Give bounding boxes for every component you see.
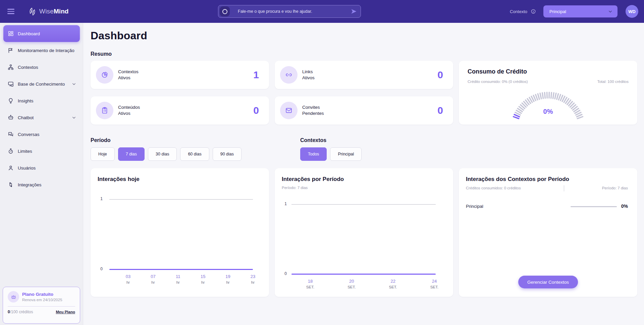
context-option-principal[interactable]: Principal [330, 147, 362, 161]
credit-card-title: Consumo de Crédito [468, 68, 527, 75]
lightbulb-icon [8, 98, 14, 104]
x-axis-label: 23 hr [247, 274, 259, 284]
context-selector-value: Principal [549, 9, 566, 14]
sidebar: Dashboard Monitoramento de Interação Con… [0, 23, 83, 325]
plan-credits: 0/100 créditos [8, 310, 33, 314]
chat-bubbles-icon [8, 131, 14, 137]
send-button[interactable] [351, 8, 357, 15]
interactions-period-chart: Interações por Período Período: 7 dias 1… [275, 168, 453, 297]
period-filter: Período Hoje7 dias30 dias60 dias90 dias [91, 137, 241, 161]
context-option-todos[interactable]: Todos [300, 147, 327, 161]
x-axis-label: 07 hr [147, 274, 159, 284]
robot-icon [8, 114, 14, 121]
x-axis-label: 24 SET. [428, 279, 440, 289]
credit-consumed-note: Crédito consumido: 0% (0 créditos) [468, 80, 528, 84]
chart-title: Interações por Período [282, 176, 344, 183]
interactions-today-chart: Interações hoje 1 0 03 hr 07 hr 11 hr 15… [91, 168, 269, 297]
sidebar-item-chatbot[interactable]: Chatbot [3, 109, 80, 126]
contexts-heading: Contextos [300, 137, 362, 143]
clipboard-icon [96, 102, 113, 119]
x-axis-label: 22 SET. [387, 279, 399, 289]
knowledge-screen-icon [8, 81, 14, 87]
assistant-orb-icon [220, 6, 230, 16]
stat-value: 1 [253, 69, 259, 81]
info-icon[interactable] [531, 9, 536, 14]
summary-heading: Resumo [91, 51, 637, 57]
stat-card-links-ativos: Links Ativos 0 [275, 61, 453, 89]
sidebar-item-base-conhecimento[interactable]: Base de Conhecimento [3, 76, 80, 92]
my-plan-link[interactable]: Meu Plano [56, 310, 75, 314]
brand-logo: WiseMind [28, 7, 68, 16]
stopwatch-icon [8, 148, 14, 154]
top-bar: WiseMind Contexto Principal WD [0, 0, 644, 23]
data-line-zero [291, 274, 436, 275]
stat-value: 0 [437, 105, 443, 116]
period-option-7-dias[interactable]: 7 dias [118, 147, 145, 161]
context-label: Contexto [510, 9, 527, 14]
x-axis-label: 18 SET. [304, 279, 316, 289]
chevron-down-icon [608, 9, 613, 14]
period-note: Período: 7 dias [602, 186, 628, 190]
envelope-icon [280, 102, 298, 119]
chart-title: Interações dos Contextos por Período [466, 176, 569, 183]
summary-grid: Contextos Ativos 1 Links Ativos 0 Conteú… [91, 61, 637, 125]
integration-arrows-icon [8, 182, 14, 188]
dashboard-grid-icon [8, 31, 14, 37]
user-avatar[interactable]: WD [626, 5, 638, 18]
chevron-down-icon [71, 115, 76, 120]
chart-title: Interações hoje [98, 176, 140, 183]
plan-renewal-date: Renova em 24/10/2025 [22, 298, 62, 302]
interaction-monitor-icon [8, 47, 14, 53]
hamburger-menu-button[interactable] [5, 7, 16, 16]
manage-contexts-button[interactable]: Gerenciar Contextos [518, 276, 578, 288]
sidebar-item-insights[interactable]: Insights [3, 92, 80, 109]
link-icon [280, 66, 298, 84]
hierarchy-icon [8, 64, 14, 70]
plan-name: Plano Gratuito [22, 292, 62, 297]
crown-icon [8, 291, 19, 303]
sidebar-item-dashboard[interactable]: Dashboard [3, 25, 80, 42]
sidebar-nav: Dashboard Monitoramento de Interação Con… [0, 23, 83, 193]
main-content: Dashboard Resumo Contextos Ativos 1 Link… [83, 23, 644, 325]
y-axis-tick: 0 [275, 271, 287, 276]
context-filter: Contextos TodosPrincipal [300, 137, 362, 161]
y-axis-tick: 0 [91, 267, 103, 271]
period-option-60-dias[interactable]: 60 dias [180, 147, 209, 161]
sidebar-item-limites[interactable]: Limites [3, 143, 80, 159]
y-axis-tick: 1 [91, 196, 103, 201]
credits-consumed-note: Créditos consumidos: 0 créditos [466, 186, 521, 190]
sidebar-item-contextos[interactable]: Contextos [3, 59, 80, 76]
x-axis-label: 20 SET. [345, 279, 358, 289]
stat-card-conteudos-ativos: Conteúdos Ativos 0 [91, 96, 269, 125]
sidebar-item-conversas[interactable]: Conversas [3, 126, 80, 143]
credit-gauge-value: 0% [459, 108, 637, 115]
period-option-30-dias[interactable]: 30 dias [148, 147, 177, 161]
context-interactions-chart: Interações dos Contextos por Período Cré… [459, 168, 637, 297]
x-axis-label: 15 hr [197, 274, 209, 284]
x-axis-label: 03 hr [122, 274, 134, 284]
sidebar-item-usuarios[interactable]: Usuários [3, 159, 80, 176]
stat-card-contextos-ativos: Contextos Ativos 1 [91, 61, 269, 89]
charts-grid: Interações hoje 1 0 03 hr 07 hr 11 hr 15… [91, 168, 637, 297]
stat-value: 0 [437, 69, 443, 81]
plan-card: Plano Gratuito Renova em 24/10/2025 0/10… [3, 287, 80, 324]
sidebar-item-integracoes[interactable]: Integrações [3, 176, 80, 193]
user-icon [8, 165, 14, 171]
pie-chart-icon [96, 66, 113, 84]
context-progress-row: Principal 0% [466, 203, 628, 210]
period-option-90-dias[interactable]: 90 dias [213, 147, 241, 161]
period-option-hoje[interactable]: Hoje [91, 147, 115, 161]
credit-total-note: Total: 100 créditos [597, 80, 629, 84]
chart-subtitle: Período: 7 dias [282, 186, 308, 190]
assistant-search-bar [218, 5, 361, 18]
x-axis-label: 11 hr [172, 274, 184, 284]
gridline [291, 204, 436, 205]
progress-track [571, 206, 617, 207]
x-axis: 03 hr 07 hr 11 hr 15 hr 19 hr 23 hr [122, 274, 259, 284]
assistant-input[interactable] [238, 9, 351, 14]
sidebar-item-monitoramento[interactable]: Monitoramento de Interação [3, 42, 80, 59]
context-selector-dropdown[interactable]: Principal [543, 5, 618, 17]
page-title: Dashboard [91, 30, 637, 42]
period-heading: Período [91, 137, 241, 143]
brand-name-bold: Mind [54, 8, 68, 15]
